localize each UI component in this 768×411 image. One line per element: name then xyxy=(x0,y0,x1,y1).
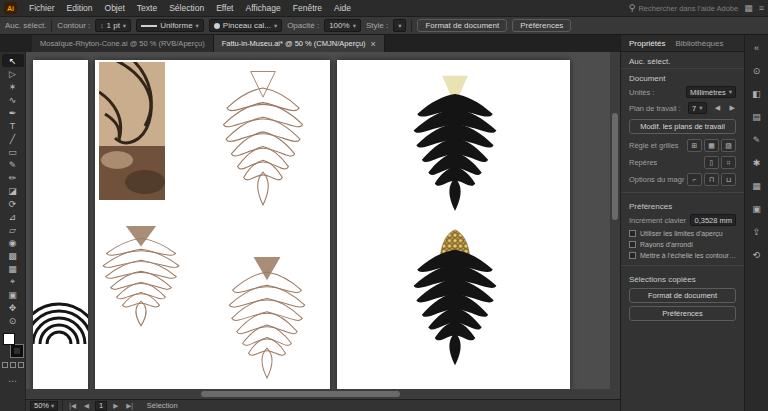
brushes-panel-icon[interactable]: ✎ xyxy=(749,133,765,147)
selection-tool[interactable]: ↖ xyxy=(2,54,24,67)
menu-item[interactable]: Aide xyxy=(328,0,357,16)
preference-checkbox[interactable]: Mettre à l'échelle les contours et les e… xyxy=(621,250,744,261)
preference-checkbox[interactable]: Rayons d'arrondi xyxy=(621,239,744,250)
canvas[interactable] xyxy=(26,52,620,399)
eraser-tool[interactable]: ◪ xyxy=(2,184,24,197)
artwork-pottery-photo[interactable] xyxy=(99,62,165,200)
opacity-field[interactable]: 100% ▾ xyxy=(324,19,361,32)
history-panel-icon[interactable]: ⟲ xyxy=(749,248,765,262)
artboard-tool[interactable]: ▣ xyxy=(2,288,24,301)
direct-selection-tool[interactable]: ▷ xyxy=(2,67,24,80)
transparency-grid-icon[interactable]: ▨ xyxy=(721,139,736,152)
layers-panel-icon[interactable]: ▦ xyxy=(749,179,765,193)
gradient-tool[interactable]: ▩ xyxy=(2,249,24,262)
snap-point-icon[interactable]: ⌐ xyxy=(687,173,702,186)
menu-item[interactable]: Effet xyxy=(210,0,239,16)
lasso-tool[interactable]: ∿ xyxy=(2,93,24,106)
menu-item[interactable]: Sélection xyxy=(163,0,210,16)
artwork-palmette-brown[interactable] xyxy=(99,222,183,334)
magic-wand-tool[interactable]: ✶ xyxy=(2,80,24,93)
panel-tab[interactable]: Bibliothèques xyxy=(675,39,723,48)
menu-item[interactable]: Edition xyxy=(61,0,99,16)
export-panel-icon[interactable]: ⇪ xyxy=(749,225,765,239)
app-icon[interactable]: Ai xyxy=(4,2,17,14)
swatches-panel-icon[interactable]: ▤ xyxy=(749,110,765,124)
artwork-palmette-black-cream[interactable] xyxy=(409,72,501,222)
help-search[interactable]: ⚲ Rechercher dans l'aide Adobe xyxy=(629,3,738,13)
none-button[interactable] xyxy=(18,362,24,368)
last-artboard-button[interactable]: ▶| xyxy=(124,402,135,410)
preference-checkbox[interactable]: Utiliser les limites d'aperçu xyxy=(621,228,744,239)
document-setup-button[interactable]: Format de document xyxy=(417,19,507,32)
units-select[interactable]: Millimètres ▾ xyxy=(686,86,736,98)
hand-tool[interactable]: ✥ xyxy=(2,301,24,314)
panel-tab[interactable]: Propriétés xyxy=(629,39,665,48)
artwork-concentric-arcs[interactable] xyxy=(33,286,88,346)
brush-select[interactable]: Pinceau cal... ▾ xyxy=(209,19,282,32)
arrange-documents-icon[interactable]: ▦ xyxy=(744,3,753,13)
gradient-button[interactable] xyxy=(10,362,16,368)
style-select[interactable]: ▾ xyxy=(393,19,406,32)
zoom-tool[interactable]: ⊙ xyxy=(2,314,24,327)
menu-item[interactable]: Texte xyxy=(131,0,163,16)
edit-artboards-button[interactable]: Modif. les plans de travail xyxy=(629,119,736,134)
doc-setup-button[interactable]: Format de document xyxy=(629,288,736,303)
symbols-panel-icon[interactable]: ✱ xyxy=(749,156,765,170)
next-artboard-icon[interactable]: ▶ xyxy=(729,104,736,112)
menu-item[interactable]: Fenêtre xyxy=(287,0,328,16)
artwork-palmette-black-gold[interactable] xyxy=(409,228,501,376)
horizontal-scrollbar[interactable] xyxy=(26,389,610,399)
next-artboard-button[interactable]: ▶ xyxy=(111,402,120,410)
artboard-3[interactable] xyxy=(337,60,570,390)
previous-artboard-icon[interactable]: ◀ xyxy=(714,104,721,112)
stroke-width-field[interactable]: ↕ 1 pt ▾ xyxy=(95,19,131,32)
menu-item[interactable]: Objet xyxy=(99,0,131,16)
close-tab-icon[interactable]: × xyxy=(371,39,376,49)
artboards-panel-icon[interactable]: ▣ xyxy=(749,202,765,216)
guides-icon[interactable]: ▯ xyxy=(704,156,719,169)
checkbox-box[interactable] xyxy=(629,241,636,248)
type-tool[interactable]: T xyxy=(2,119,24,132)
artboard-2[interactable] xyxy=(95,60,330,394)
menu-item[interactable]: Affichage xyxy=(239,0,286,16)
free-transform-tool[interactable]: ▱ xyxy=(2,223,24,236)
zoom-select[interactable]: 50% ▾ xyxy=(30,401,58,411)
menu-item[interactable]: Fichier xyxy=(23,0,61,16)
collapse-panels-icon[interactable]: « xyxy=(749,41,765,55)
line-tool[interactable]: ╱ xyxy=(2,132,24,145)
checkbox-box[interactable] xyxy=(629,252,636,259)
snap-pixel-icon[interactable]: ⊔ xyxy=(721,173,736,186)
stroke-profile-select[interactable]: Uniforme ▾ xyxy=(136,19,204,32)
edit-toolbar-icon[interactable]: ⋯ xyxy=(8,376,17,386)
previous-artboard-button[interactable]: ◀ xyxy=(82,402,91,410)
artboard-select[interactable]: 7 ▾ xyxy=(688,102,706,114)
document-tab[interactable]: Fattu-in-Museu.ai* @ 50 % (CMJN/Aperçu) … xyxy=(214,35,385,52)
document-tab[interactable]: Mosaïque-Rhyton-Cone.ai @ 50 % (RVB/Aper… xyxy=(32,35,214,52)
artwork-palmette-outline-bottom[interactable] xyxy=(225,252,309,388)
horizontal-scrollbar-thumb[interactable] xyxy=(201,391,400,397)
color-button[interactable] xyxy=(2,362,8,368)
pen-tool[interactable]: ✒ xyxy=(2,106,24,119)
keyboard-increment-field[interactable]: 0,3528 mm xyxy=(690,214,736,226)
snap-grid-icon[interactable]: ⊓ xyxy=(704,173,719,186)
paintbrush-tool[interactable]: ✎ xyxy=(2,158,24,171)
artboard-number-field[interactable]: 1 xyxy=(95,401,107,411)
vertical-scrollbar-thumb[interactable] xyxy=(612,113,618,221)
fill-swatch[interactable] xyxy=(3,333,15,345)
checkbox-box[interactable] xyxy=(629,230,636,237)
preferences-button[interactable]: Préférences xyxy=(629,306,736,321)
pencil-tool[interactable]: ✏ xyxy=(2,171,24,184)
mesh-tool[interactable]: ▦ xyxy=(2,262,24,275)
eyedropper-tool[interactable]: ⌖ xyxy=(2,275,24,288)
search-panel-icon[interactable]: ⊙ xyxy=(749,64,765,78)
artboard-1[interactable] xyxy=(33,60,88,394)
vertical-scrollbar[interactable] xyxy=(610,52,620,389)
smart-guides-icon[interactable]: ⌗ xyxy=(721,156,736,169)
preferences-button[interactable]: Préférences xyxy=(512,19,571,32)
artwork-palmette-outline-top[interactable] xyxy=(219,66,307,216)
workspace-switcher-icon[interactable]: ≡ xyxy=(759,3,764,13)
shape-builder-tool[interactable]: ◉ xyxy=(2,236,24,249)
rectangle-tool[interactable]: ▭ xyxy=(2,145,24,158)
scale-tool[interactable]: ⊿ xyxy=(2,210,24,223)
rotate-tool[interactable]: ⟳ xyxy=(2,197,24,210)
